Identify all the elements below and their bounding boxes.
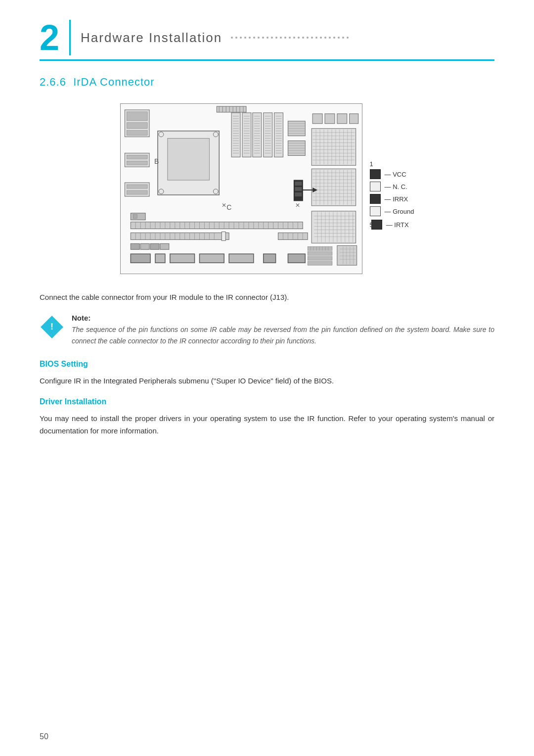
svg-rect-123 — [325, 114, 335, 124]
svg-rect-25 — [231, 113, 240, 157]
svg-text:C: C — [226, 203, 231, 211]
svg-rect-11 — [127, 123, 147, 129]
svg-rect-239 — [199, 254, 224, 263]
body-text-connector: Connect the cable connector from your IR… — [40, 291, 494, 304]
svg-rect-242 — [288, 254, 305, 263]
svg-rect-76 — [263, 113, 272, 157]
svg-rect-168 — [295, 187, 302, 191]
svg-rect-280 — [308, 261, 332, 265]
svg-rect-0 — [217, 106, 246, 112]
svg-rect-237 — [155, 254, 165, 263]
chapter-title: Hardware Installation — [81, 30, 349, 46]
motherboard-diagram: ✕ ✕ B C — [120, 103, 362, 274]
svg-rect-10 — [127, 112, 147, 121]
svg-rect-225 — [222, 232, 225, 240]
svg-rect-236 — [131, 254, 150, 263]
svg-rect-172 — [131, 222, 303, 229]
svg-rect-282 — [133, 215, 137, 219]
svg-text:✕: ✕ — [295, 202, 300, 209]
svg-rect-232 — [131, 243, 139, 249]
svg-rect-233 — [140, 243, 149, 249]
chapter-number: 2 — [40, 20, 71, 55]
svg-rect-169 — [295, 192, 302, 196]
svg-text:!: ! — [50, 322, 53, 331]
svg-rect-124 — [337, 114, 347, 124]
svg-rect-281 — [131, 213, 145, 220]
svg-rect-59 — [252, 113, 261, 157]
svg-rect-167 — [295, 182, 302, 186]
svg-rect-240 — [229, 254, 254, 263]
svg-rect-241 — [263, 254, 275, 263]
section-title: 2.6.6 IrDA Connector — [40, 76, 494, 89]
svg-rect-20 — [167, 139, 209, 181]
diagram-container: ✕ ✕ B C 1 — VCC — N. C. — [40, 103, 494, 276]
note-container: ! Note: The sequence of the pin function… — [40, 314, 494, 348]
note-icon: ! — [40, 315, 64, 339]
driver-installation-title: Driver Installation — [40, 397, 494, 406]
svg-rect-234 — [150, 243, 159, 249]
svg-rect-93 — [274, 113, 283, 157]
note-title: Note: — [72, 314, 494, 322]
svg-rect-238 — [170, 254, 194, 263]
note-content: Note: The sequence of the pin functions … — [72, 314, 494, 348]
svg-rect-17 — [127, 185, 147, 189]
page-number: 50 — [40, 732, 48, 741]
chapter-header: 2 Hardware Installation — [40, 20, 494, 61]
svg-rect-278 — [308, 251, 332, 255]
svg-text:✕: ✕ — [222, 202, 226, 209]
svg-rect-125 — [349, 114, 358, 124]
svg-rect-18 — [127, 190, 147, 194]
svg-rect-261 — [337, 245, 356, 265]
driver-installation-text: You may need to install the proper drive… — [40, 412, 494, 437]
svg-rect-42 — [242, 113, 251, 157]
note-text: The sequence of the pin functions on som… — [72, 324, 494, 348]
svg-rect-279 — [308, 256, 332, 260]
svg-rect-235 — [160, 243, 169, 249]
svg-text:B: B — [154, 157, 159, 165]
svg-rect-270 — [308, 246, 332, 250]
pin-diagram: 1 — VCC — N. C. — IRRX — [362, 103, 414, 230]
svg-rect-122 — [312, 114, 322, 124]
svg-rect-14 — [127, 155, 147, 159]
bios-setting-title: BIOS Setting — [40, 360, 494, 369]
chapter-dot-separator — [231, 37, 349, 39]
svg-rect-15 — [127, 161, 147, 165]
bios-setting-text: Configure IR in the Integrated Periphera… — [40, 375, 494, 387]
svg-rect-12 — [127, 131, 147, 136]
